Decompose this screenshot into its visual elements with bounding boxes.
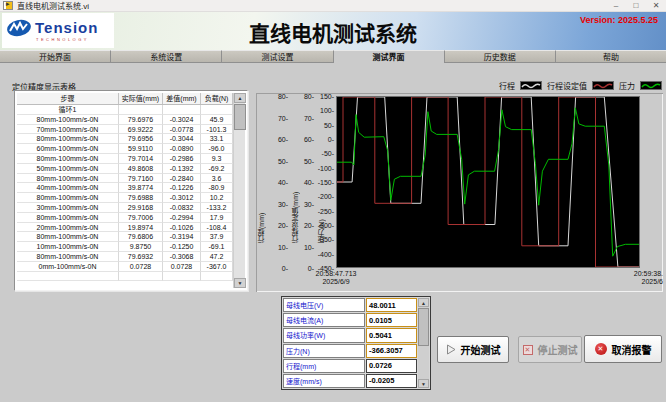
version-label: Version: 2025.5.25 [580,15,658,25]
alarm-x-icon: ✕ [595,343,607,355]
table-cell [201,105,233,115]
table-row[interactable]: 80mm-100mm/s-0N79.7160-0.28403.6 [17,174,233,184]
table-cell: 47.2 [201,252,233,262]
table-row[interactable]: 20mm-100mm/s-0N19.8974-0.1026-108.4 [17,223,233,233]
company-logo: Tension TECHNOLOGY [2,13,114,48]
tick-label: -400- [318,250,334,257]
logo-globe-icon [6,19,32,37]
table-row[interactable]: 80mm-100mm/s-0N79.6932-0.306847.2 [17,252,233,262]
table-row[interactable]: 80mm-100mm/s-0N79.7014-0.29869.3 [17,154,233,164]
table-cell: 79.7006 [119,213,163,223]
table-cell: 0.0728 [119,262,163,272]
start-test-button[interactable]: 开始测试 [437,336,509,363]
scroll-down-icon[interactable]: ▼ [234,278,246,288]
legend-line-icon [520,81,542,90]
table-cell: 80mm-100mm/s-0N [17,232,119,242]
table-cell: 30mm-100mm/s-0N [17,203,119,213]
readout-label: 速度(mm/s) [283,374,365,388]
readout-label: 母线电压(V) [283,298,365,312]
table-row[interactable]: 80mm-100mm/s-0N79.7006-0.299417.9 [17,213,233,223]
table-cell: 0mm-100mm/s-0N [17,262,119,272]
legend-line-icon [640,81,662,90]
cancel-alarm-button[interactable]: ✕ 取消报警 [584,335,662,363]
minimize-button[interactable]: – [606,0,626,11]
table-cell: 80mm-100mm/s-0N [17,174,119,184]
table-row[interactable]: 80mm-100mm/s-0N79.6988-0.301210.2 [17,193,233,203]
table-cell: -101.3 [201,125,233,135]
tick-label: -250- [318,207,334,214]
table-cell: 45.9 [201,115,233,125]
table-cell: -0.2986 [163,154,201,164]
table-row[interactable]: 80mm-100mm/s-0N79.6806-0.319437.9 [17,232,233,242]
tab-2[interactable]: 系统设置 [111,50,222,63]
table-cell: 80mm-100mm/s-0N [17,134,119,144]
table-cell [163,272,201,282]
table-row[interactable]: 60mm-100mm/s-0N59.9110-0.0890-96.0 [17,144,233,154]
stop-test-button[interactable]: ✕ 停止测试 [518,336,582,363]
table-cell: 79.6956 [119,134,163,144]
table-cell: 0.0728 [163,262,201,272]
table-row[interactable]: 50mm-100mm/s-0N49.8608-0.1392-69.2 [17,164,233,174]
readout-value: 0.0105 [366,313,417,327]
table-row[interactable]: 0mm-100mm/s-0N0.07280.0728-367.0 [17,262,233,272]
table-cell: -0.2840 [163,174,201,184]
readout-row: 母线功率(W)0.5041 [283,328,417,342]
table-cell: 循环1 [17,105,119,115]
tab-5[interactable]: 历史数据 [445,50,556,63]
table-row[interactable]: 70mm-100mm/s-0N69.9222-0.0778-101.3 [17,125,233,135]
table-scrollbar[interactable]: ▲ ▼ [233,93,245,288]
table-row[interactable]: 80mm-100mm/s-0N79.6956-0.304433.1 [17,134,233,144]
table-row[interactable]: 循环1 [17,105,233,115]
readouts-scrollbar[interactable]: ▲ ▼ [418,298,429,388]
readout-value: -366.3057 [366,344,417,358]
stop-test-label: 停止测试 [538,342,578,357]
table-cell: -69.1 [201,242,233,252]
table-cell: -0.1392 [163,164,201,174]
scrollbar-thumb[interactable] [234,104,246,130]
tab-4[interactable]: 测试界面 [334,50,445,63]
tick-label: 0- [328,136,334,143]
readout-value: 48.0011 [366,298,417,312]
table-row[interactable]: 40mm-100mm/s-0N39.8774-0.1226-80.9 [17,183,233,193]
table-row[interactable]: 10mm-100mm/s-0N9.8750-0.1250-69.1 [17,242,233,252]
series-压力 [337,108,639,256]
readout-row: 母线电压(V)48.0011 [283,298,417,312]
tab-1[interactable]: 开始界面 [0,50,111,63]
table-cell: 9.8750 [119,242,163,252]
scrollbar-thumb[interactable] [418,308,429,346]
table-row[interactable]: 30mm-100mm/s-0N29.9168-0.0832-133.2 [17,203,233,213]
table-cell: 79.6988 [119,193,163,203]
scroll-up-icon[interactable]: ▲ [234,93,246,103]
table-cell: 79.6932 [119,252,163,262]
table-cell [119,272,163,282]
table-cell: 20mm-100mm/s-0N [17,223,119,233]
table-cell: -0.1250 [163,242,201,252]
table-cell: 80mm-100mm/s-0N [17,193,119,203]
title-bar: 直线电机测试系统.vi – □ ✕ [0,0,666,12]
table-cell: 19.8974 [119,223,163,233]
scroll-down-icon[interactable]: ▼ [418,379,429,388]
legend-line-icon [592,81,614,90]
close-button[interactable]: ✕ [646,0,666,11]
x-axis-start-label: 20:58:47.713 2025/6/9 [286,270,386,286]
axis-ticks-pressure: 150-100-50-0--50--100--150--200--250--30… [306,93,334,292]
tab-3[interactable]: 测试设置 [222,50,333,63]
table-cell: 79.7160 [119,174,163,184]
header-banner: 直线电机测试系统 Version: 2025.5.25 Tension TECH… [0,12,666,50]
table-cell: 80mm-100mm/s-0N [17,115,119,125]
table-cell [17,272,119,282]
readout-label: 母线电流(A) [283,313,365,327]
x-axis-end-label: 20:59:38. 2025/6 [593,270,663,286]
scroll-up-icon[interactable]: ▲ [418,298,429,307]
tab-6[interactable]: 帮助 [556,50,666,63]
series-行程设定值 [337,97,639,267]
tick-label: -350- [318,236,334,243]
table-cell: 39.8774 [119,183,163,193]
maximize-button[interactable]: □ [626,0,646,11]
table-row[interactable] [17,272,233,282]
table-cell: -0.3194 [163,232,201,242]
start-test-label: 开始测试 [461,342,501,357]
column-header: 差值(mm) [163,93,201,104]
table-row[interactable]: 80mm-100mm/s-0N79.6976-0.302445.9 [17,115,233,125]
table-cell: 79.7014 [119,154,163,164]
